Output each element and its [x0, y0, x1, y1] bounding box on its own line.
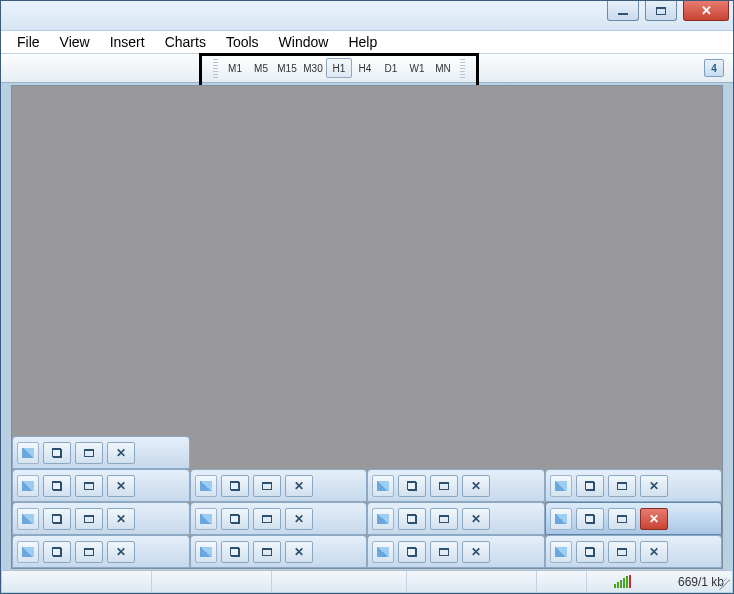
close-icon: ✕: [471, 480, 481, 492]
chart-window-icon: [550, 541, 572, 563]
child-close-button[interactable]: ✕: [640, 508, 668, 530]
child-maximize-button[interactable]: [253, 541, 281, 563]
child-close-button[interactable]: ✕: [285, 475, 313, 497]
restore-icon: [407, 548, 417, 556]
child-close-button[interactable]: ✕: [640, 475, 668, 497]
period-m1[interactable]: M1: [222, 58, 248, 78]
menu-charts[interactable]: Charts: [155, 32, 216, 52]
minimize-icon: [618, 13, 628, 15]
child-restore-button[interactable]: [43, 442, 71, 464]
child-restore-button[interactable]: [398, 475, 426, 497]
child-maximize-button[interactable]: [253, 508, 281, 530]
child-restore-button[interactable]: [221, 475, 249, 497]
child-close-button[interactable]: ✕: [462, 508, 490, 530]
restore-icon: [52, 515, 62, 523]
child-maximize-button[interactable]: [430, 508, 458, 530]
child-close-button[interactable]: ✕: [107, 508, 135, 530]
maximize-icon: [439, 548, 449, 556]
child-close-button[interactable]: ✕: [107, 442, 135, 464]
toolbar-badge[interactable]: 4: [704, 59, 724, 77]
child-close-button[interactable]: ✕: [285, 508, 313, 530]
chart-window-icon: [372, 508, 394, 530]
child-restore-button[interactable]: [43, 475, 71, 497]
mdi-child-window-active[interactable]: ✕: [545, 502, 723, 535]
periodicity-toolbar: M1 M5 M15 M30 H1 H4 D1 W1 MN: [213, 57, 465, 79]
mdi-child-window[interactable]: ✕: [367, 535, 545, 568]
menu-insert[interactable]: Insert: [100, 32, 155, 52]
child-maximize-button[interactable]: [253, 475, 281, 497]
maximize-icon: [617, 515, 627, 523]
mdi-child-window[interactable]: ✕: [545, 535, 723, 568]
mdi-child-window[interactable]: ✕: [12, 502, 190, 535]
resize-grip-icon[interactable]: [718, 578, 730, 590]
window-maximize-button[interactable]: [645, 1, 677, 21]
maximize-icon: [262, 548, 272, 556]
child-restore-button[interactable]: [398, 541, 426, 563]
period-m30[interactable]: M30: [300, 58, 326, 78]
mdi-child-window[interactable]: ✕: [367, 502, 545, 535]
child-maximize-button[interactable]: [430, 541, 458, 563]
chart-window-icon: [195, 541, 217, 563]
maximize-icon: [617, 548, 627, 556]
mdi-child-window[interactable]: ✕: [12, 469, 190, 502]
mdi-child-window[interactable]: ✕: [12, 535, 190, 568]
status-cell: [152, 571, 272, 592]
chart-window-icon: [372, 475, 394, 497]
toolbar-gripper[interactable]: [213, 58, 218, 78]
child-maximize-button[interactable]: [430, 475, 458, 497]
close-icon: ✕: [116, 513, 126, 525]
child-close-button[interactable]: ✕: [285, 541, 313, 563]
window-close-button[interactable]: ✕: [683, 1, 729, 21]
status-cell: [2, 571, 152, 592]
menu-bar: File View Insert Charts Tools Window Hel…: [1, 31, 733, 53]
mdi-child-window[interactable]: ✕: [12, 436, 190, 469]
menu-view[interactable]: View: [50, 32, 100, 52]
menu-tools[interactable]: Tools: [216, 32, 269, 52]
maximize-icon: [84, 449, 94, 457]
menu-help[interactable]: Help: [338, 32, 387, 52]
child-maximize-button[interactable]: [75, 475, 103, 497]
child-close-button[interactable]: ✕: [462, 475, 490, 497]
child-close-button[interactable]: ✕: [640, 541, 668, 563]
child-close-button[interactable]: ✕: [107, 541, 135, 563]
chart-window-icon: [17, 541, 39, 563]
window-minimize-button[interactable]: [607, 1, 639, 21]
chart-window-icon: [17, 508, 39, 530]
mdi-child-window[interactable]: ✕: [190, 469, 368, 502]
child-maximize-button[interactable]: [75, 508, 103, 530]
child-restore-button[interactable]: [576, 541, 604, 563]
period-h4[interactable]: H4: [352, 58, 378, 78]
period-m5[interactable]: M5: [248, 58, 274, 78]
mdi-child-window[interactable]: ✕: [190, 502, 368, 535]
maximize-icon: [84, 548, 94, 556]
child-restore-button[interactable]: [43, 541, 71, 563]
close-icon: ✕: [649, 513, 659, 525]
child-restore-button[interactable]: [576, 475, 604, 497]
child-maximize-button[interactable]: [608, 475, 636, 497]
menu-file[interactable]: File: [7, 32, 50, 52]
child-restore-button[interactable]: [43, 508, 71, 530]
child-maximize-button[interactable]: [608, 541, 636, 563]
child-maximize-button[interactable]: [75, 442, 103, 464]
period-m15[interactable]: M15: [274, 58, 300, 78]
child-restore-button[interactable]: [576, 508, 604, 530]
menu-window[interactable]: Window: [269, 32, 339, 52]
child-close-button[interactable]: ✕: [107, 475, 135, 497]
child-close-button[interactable]: ✕: [462, 541, 490, 563]
restore-icon: [52, 449, 62, 457]
period-h1[interactable]: H1: [326, 58, 352, 78]
toolbar-gripper-end[interactable]: [460, 58, 465, 78]
restore-icon: [407, 515, 417, 523]
child-maximize-button[interactable]: [75, 541, 103, 563]
period-d1[interactable]: D1: [378, 58, 404, 78]
mdi-child-window[interactable]: ✕: [545, 469, 723, 502]
period-mn[interactable]: MN: [430, 58, 456, 78]
child-maximize-button[interactable]: [608, 508, 636, 530]
mdi-child-window[interactable]: ✕: [367, 469, 545, 502]
maximize-icon: [262, 515, 272, 523]
child-restore-button[interactable]: [221, 508, 249, 530]
child-restore-button[interactable]: [398, 508, 426, 530]
period-w1[interactable]: W1: [404, 58, 430, 78]
child-restore-button[interactable]: [221, 541, 249, 563]
mdi-child-window[interactable]: ✕: [190, 535, 368, 568]
